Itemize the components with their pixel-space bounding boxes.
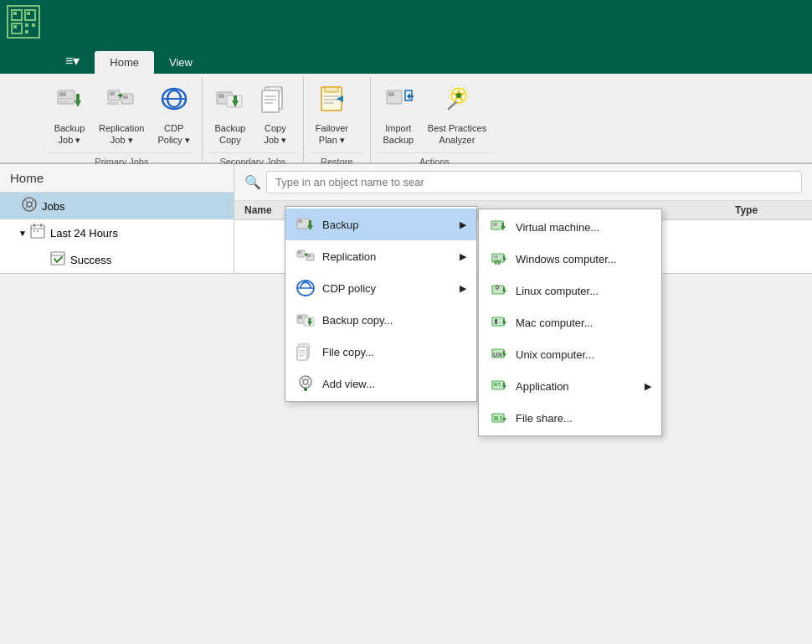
- jobs-icon: [22, 197, 37, 215]
- app-chevron: ▶: [645, 381, 651, 392]
- svg-rect-113: [299, 350, 306, 352]
- svg-point-48: [27, 202, 32, 207]
- svg-text:UX: UX: [493, 351, 503, 358]
- tree-item-jobs[interactable]: Jobs: [0, 193, 234, 219]
- svg-rect-58: [37, 230, 39, 232]
- svg-rect-55: [33, 224, 35, 227]
- cdp-chevron: ▶: [460, 283, 466, 294]
- linux-icon: [489, 281, 509, 301]
- tree-item-success[interactable]: Success: [0, 246, 234, 273]
- primary-jobs-buttons: Backup Job ▾ Replication Job ▾: [49, 80, 195, 149]
- submenu-linux[interactable]: Linux computer...: [479, 275, 661, 307]
- svg-rect-86: [503, 351, 505, 353]
- submenu-virtual-machine[interactable]: Virtual machine...: [479, 211, 661, 243]
- copy-job-icon: [260, 84, 290, 121]
- secondary-jobs-buttons: Backup Copy Copy Job ▾: [209, 80, 296, 149]
- backup-job-button[interactable]: Backup Job ▾: [49, 80, 90, 149]
- tab-home[interactable]: Home: [95, 51, 154, 74]
- actions-buttons: Import Backup Best Practices Analyzer: [378, 80, 491, 149]
- context-menu-replication[interactable]: Replication ▶: [285, 240, 476, 272]
- svg-rect-7: [32, 23, 35, 27]
- import-backup-button[interactable]: Import Backup: [378, 80, 419, 149]
- svg-rect-12: [59, 101, 68, 103]
- success-icon: [50, 250, 65, 269]
- svg-rect-114: [299, 353, 306, 354]
- svg-point-117: [303, 379, 308, 384]
- svg-line-118: [301, 378, 303, 379]
- file-copy-menu-icon: [296, 342, 316, 362]
- failover-plan-button[interactable]: Failover Plan ▾: [311, 80, 353, 149]
- svg-rect-31: [265, 99, 276, 100]
- restore-buttons: Failover Plan ▾: [311, 80, 363, 149]
- failover-plan-label: Failover Plan ▾: [316, 123, 348, 145]
- tab-hamburger[interactable]: ≡▾: [50, 48, 95, 74]
- svg-rect-100: [298, 251, 301, 254]
- app-label: Application: [516, 380, 569, 393]
- svg-rect-37: [324, 102, 334, 104]
- svg-rect-95: [494, 416, 498, 420]
- submenu-windows[interactable]: W Windows computer...: [479, 243, 661, 275]
- svg-rect-92: [498, 383, 501, 384]
- add-view-menu-icon: [296, 374, 316, 394]
- import-backup-label: Import Backup: [383, 123, 414, 145]
- context-menu-file-copy[interactable]: File copy...: [285, 336, 476, 368]
- svg-line-50: [32, 200, 33, 202]
- svg-rect-32: [265, 102, 273, 104]
- backup-copy-icon: [215, 84, 245, 121]
- svg-rect-59: [51, 252, 64, 265]
- svg-rect-106: [298, 316, 302, 319]
- svg-rect-29: [262, 90, 279, 112]
- fileshare-icon: [489, 408, 509, 428]
- svg-rect-109: [309, 318, 311, 322]
- svg-rect-30: [265, 95, 276, 97]
- svg-line-52: [32, 207, 33, 209]
- svg-rect-56: [40, 224, 42, 227]
- last24-label: Last 24 Hours: [50, 227, 118, 240]
- backup-menu-icon: [296, 214, 316, 234]
- backup-copy-button[interactable]: Backup Copy: [209, 80, 251, 149]
- svg-rect-64: [309, 220, 311, 225]
- context-menu-backup[interactable]: Backup ▶ Virtual machine..: [285, 209, 476, 240]
- svg-point-46: [456, 93, 461, 98]
- vm-icon: [489, 217, 509, 237]
- context-menu-cdp[interactable]: CDP policy ▶: [285, 272, 476, 304]
- cdp-policy-button[interactable]: CDP Policy ▾: [152, 80, 194, 149]
- svg-rect-36: [324, 99, 339, 100]
- ribbon-tabs: ≡▾ Home View: [0, 44, 812, 74]
- svg-line-119: [308, 378, 310, 379]
- svg-rect-40: [388, 92, 394, 96]
- svg-point-76: [496, 286, 498, 288]
- svg-line-120: [301, 384, 303, 386]
- svg-marker-13: [75, 100, 81, 107]
- context-menu-backup-copy[interactable]: Backup copy...: [285, 304, 476, 336]
- svg-rect-18: [123, 95, 128, 99]
- svg-rect-6: [25, 23, 28, 27]
- backup-job-label: Backup Job ▾: [54, 123, 85, 145]
- svg-rect-14: [76, 94, 80, 100]
- submenu-fileshare[interactable]: File share...: [479, 402, 661, 434]
- svg-rect-96: [500, 416, 502, 418]
- ribbon-group-actions: Import Backup Best Practices Analyzer Ac…: [371, 77, 498, 162]
- replication-job-button[interactable]: Replication Job ▾: [94, 80, 149, 149]
- best-practices-label: Best Practices Analyzer: [428, 123, 486, 145]
- svg-rect-11: [59, 98, 73, 100]
- svg-rect-83: [495, 322, 497, 322]
- submenu-application[interactable]: Application ▶: [479, 370, 661, 402]
- submenu-mac[interactable]: Mac computer...: [479, 307, 661, 338]
- vm-label: Virtual machine...: [516, 221, 599, 234]
- cdp-policy-label: CDP Policy ▾: [157, 123, 189, 145]
- backup-chevron: ▶: [460, 219, 466, 230]
- failover-plan-icon: [316, 84, 347, 121]
- copy-job-button[interactable]: Copy Job ▾: [254, 80, 296, 149]
- svg-rect-79: [492, 317, 504, 326]
- tree-item-last24[interactable]: ▼ Last 24 Hours: [0, 219, 234, 246]
- submenu-unix[interactable]: UX Unix computer...: [479, 338, 661, 370]
- backup-job-icon: [54, 84, 85, 121]
- context-menu-add-view[interactable]: Add view...: [285, 368, 476, 399]
- mac-icon: [489, 312, 509, 332]
- tab-view[interactable]: View: [154, 51, 208, 74]
- search-input[interactable]: [266, 171, 802, 193]
- cdp-menu-icon: [296, 278, 316, 298]
- best-practices-button[interactable]: Best Practices Analyzer: [423, 80, 491, 149]
- replication-chevron: ▶: [460, 251, 466, 262]
